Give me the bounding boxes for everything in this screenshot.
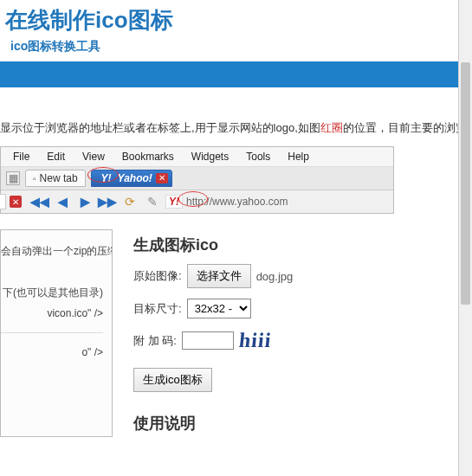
menu-tools[interactable]: Tools [237, 149, 279, 164]
tab-yahoo-active[interactable]: Y! Yahoo! ✕ [91, 170, 172, 187]
captcha-input[interactable] [182, 331, 234, 350]
tab-bar: ▦ ▫ New tab Y! Yahoo! ✕ -CN/ [1, 167, 393, 190]
reload-icon[interactable]: ⟳ [120, 193, 139, 210]
menu-help[interactable]: Help [279, 149, 318, 164]
browser-mock: File Edit View Bookmarks Widgets Tools H… [0, 146, 394, 214]
row-captcha: 附 加 码: hiii [133, 329, 469, 352]
menu-bar: File Edit View Bookmarks Widgets Tools H… [1, 147, 393, 167]
close-icon[interactable]: ✕ [10, 196, 22, 208]
browser-toolbar: ✕ ◀◀ ◀ ▶ ▶▶ ⟳ ✎ Y! http://www.yahoo.com [1, 190, 393, 213]
page-subtitle: ico图标转换工具 [10, 39, 472, 55]
menu-edit[interactable]: Edit [38, 149, 74, 164]
usage-title: 使用说明 [133, 413, 469, 434]
address-favicon-icon: Y! [165, 195, 183, 209]
choose-file-button[interactable]: 选择文件 [187, 264, 251, 288]
label-source: 原始图像: [133, 268, 182, 284]
size-select[interactable]: 32x32 - [187, 299, 251, 318]
tab-close-icon[interactable]: ✕ [156, 173, 168, 183]
row-size: 目标尺寸: 32x32 - [133, 299, 469, 318]
label-size: 目标尺寸: [133, 301, 182, 317]
menu-file[interactable]: File [4, 149, 38, 164]
row-source: 原始图像: 选择文件 dog.jpg [133, 264, 469, 288]
scrollbar[interactable] [458, 0, 472, 476]
instructions-box: 会自动弹出一个zip的压缩 下(也可以是其他目录) vicon.ico" /> … [0, 229, 113, 437]
highlight-text: 红圈 [320, 121, 343, 134]
back-first-icon[interactable]: ◀◀ [30, 193, 49, 210]
side-line-4: o" /> [1, 342, 103, 363]
form-title: 生成图标ico [133, 235, 469, 255]
page-title: 在线制作ico图标 [5, 5, 472, 35]
label-captcha: 附 加 码: [133, 333, 177, 349]
yahoo-favicon-icon: Y! [99, 172, 114, 184]
address-bar-cut [0, 194, 6, 209]
tab-new[interactable]: ▫ New tab [25, 170, 86, 187]
side-line-1: 会自动弹出一个zip的压缩 [1, 241, 103, 261]
address-url[interactable]: http://www.yahoo.com [186, 196, 288, 208]
forward-icon[interactable]: ▶ [75, 193, 94, 210]
nav-bar [0, 61, 467, 87]
form-panel: 生成图标ico 原始图像: 选择文件 dog.jpg 目标尺寸: 32x32 -… [130, 229, 472, 437]
menu-bookmarks[interactable]: Bookmarks [113, 149, 183, 164]
new-tab-button[interactable]: ▦ [6, 171, 20, 185]
menu-widgets[interactable]: Widgets [183, 149, 237, 164]
back-icon[interactable]: ◀ [53, 193, 72, 210]
page-icon: ▫ [33, 174, 36, 183]
side-line-2: 下(也可以是其他目录) [1, 282, 103, 303]
forward-last-icon[interactable]: ▶▶ [98, 193, 117, 210]
side-line-3: vicon.ico" /> [1, 303, 103, 324]
generate-button[interactable]: 生成ico图标 [133, 368, 212, 392]
chosen-filename: dog.jpg [256, 270, 294, 283]
wand-icon[interactable]: ✎ [143, 193, 162, 210]
intro-text: 显示位于浏览器的地址栏或者在标签上,用于显示网站的logo,如图红圈的位置，目前… [0, 120, 472, 136]
scrollbar-thumb[interactable] [461, 62, 470, 305]
captcha-image: hiii [237, 329, 272, 352]
menu-view[interactable]: View [74, 149, 113, 164]
